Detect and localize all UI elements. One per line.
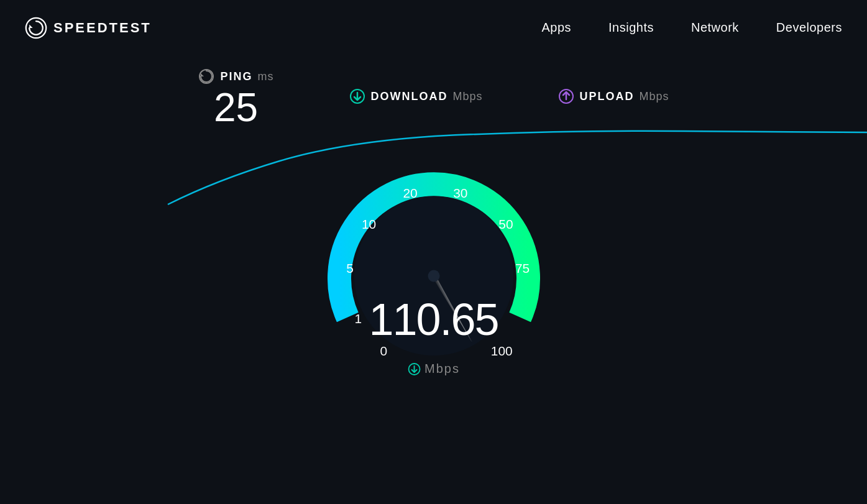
ping-value: 25 — [214, 88, 258, 127]
speedtest-logo-icon — [25, 17, 47, 39]
upload-stat: UPLOAD Mbps — [557, 88, 669, 108]
logo: SPEEDTEST — [25, 17, 152, 39]
svg-text:75: 75 — [515, 261, 529, 275]
svg-text:0: 0 — [380, 344, 387, 358]
ping-header: PING ms — [198, 68, 273, 85]
nav-network[interactable]: Network — [691, 21, 739, 35]
nav-insights[interactable]: Insights — [608, 21, 654, 35]
logo-text: SPEEDTEST — [53, 20, 152, 36]
stats-bar: PING ms 25 DOWNLOAD Mbps — [198, 68, 669, 127]
download-icon — [349, 88, 366, 105]
upload-label: UPLOAD — [580, 90, 635, 103]
svg-text:30: 30 — [453, 186, 467, 200]
gauge-container: 0 1 5 10 20 30 50 75 100 — [285, 146, 583, 382]
gauge-unit: Mbps — [424, 362, 460, 376]
nav-developers[interactable]: Developers — [776, 21, 842, 35]
ping-unit: ms — [258, 70, 274, 83]
svg-text:100: 100 — [490, 344, 512, 358]
upload-unit: Mbps — [640, 90, 669, 103]
ping-stat: PING ms 25 — [198, 68, 273, 127]
download-stat: DOWNLOAD Mbps — [349, 88, 483, 108]
svg-text:5: 5 — [346, 261, 354, 275]
gauge-download-icon — [407, 362, 421, 376]
header: SPEEDTEST Apps Insights Network Develope… — [0, 0, 867, 55]
download-unit: Mbps — [452, 90, 482, 103]
upload-header: UPLOAD Mbps — [557, 88, 669, 105]
main-nav: Apps Insights Network Developers — [541, 21, 842, 35]
download-header: DOWNLOAD Mbps — [349, 88, 483, 105]
svg-text:20: 20 — [403, 186, 417, 200]
main-content: PING ms 25 DOWNLOAD Mbps — [0, 55, 867, 504]
svg-text:50: 50 — [498, 217, 513, 231]
svg-text:10: 10 — [361, 217, 375, 231]
svg-marker-3 — [201, 73, 204, 76]
svg-marker-1 — [29, 24, 32, 27]
ping-label: PING — [220, 70, 252, 83]
upload-icon — [557, 88, 575, 105]
nav-apps[interactable]: Apps — [541, 21, 571, 35]
download-label: DOWNLOAD — [371, 90, 448, 103]
gauge-reading: 110.65 — [369, 294, 498, 345]
gauge-svg: 0 1 5 10 20 30 50 75 100 — [285, 146, 583, 382]
svg-text:1: 1 — [354, 311, 362, 326]
gauge-unit-row: Mbps — [407, 362, 460, 376]
ping-icon — [198, 68, 215, 85]
